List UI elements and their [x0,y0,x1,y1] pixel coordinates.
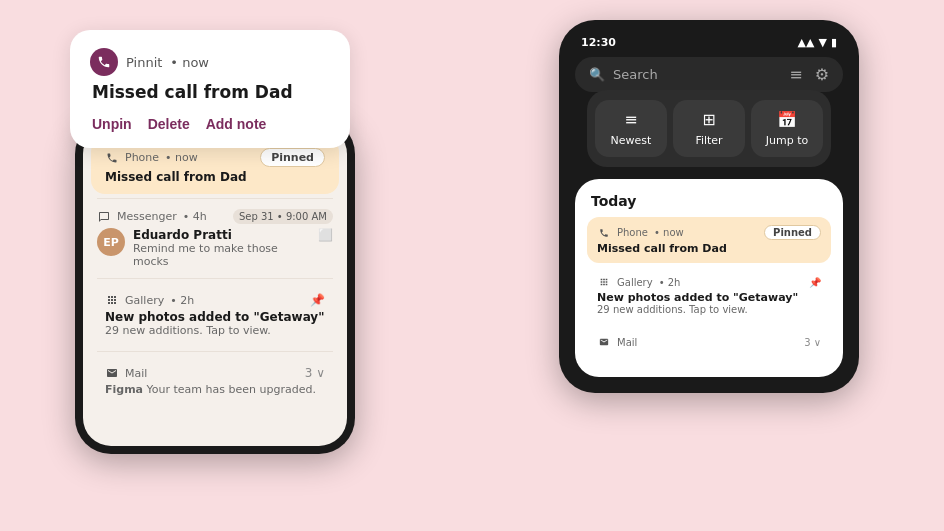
popup-card: Pinnit • now Missed call from Dad Unpin … [70,30,350,148]
signal-icon: ▲▲ [798,36,815,49]
search-icon: 🔍 [589,67,605,82]
status-icons: ▲▲ ▼ ▮ [798,36,837,49]
right-mail-app: Mail [597,335,637,349]
filter-btn-icon: ⊞ [702,110,715,129]
mail-icon [105,366,119,380]
clock: 12:30 [581,36,616,49]
scene: Pinnit • now Missed call from Dad Unpin … [0,0,944,531]
filter-label: Filter [695,134,722,147]
right-phone-inner: 12:30 ▲▲ ▼ ▮ 🔍 Search ≡ ⚙ [559,20,859,393]
left-side: Pinnit • now Missed call from Dad Unpin … [60,30,380,454]
messenger-date-badge: Sep 31 • 9:00 AM [233,209,333,224]
wifi-icon: ▼ [818,36,826,49]
right-pin-icon: 📌 [809,277,821,288]
popup-phone-icon [90,48,118,76]
gallery-app: Gallery • 2h [105,293,194,307]
messenger-time: • 4h [183,210,207,223]
notif-phone-app: Phone • now [105,151,198,165]
popup-header: Pinnit • now [90,48,330,76]
messenger-text: Remind me to make those mocks [133,242,310,268]
right-gallery-icon [597,275,611,289]
messenger-sender: Eduardo Pratti [133,228,310,242]
right-notif-panel: Today Phone • now Pinned [575,179,843,377]
popup-app-name: Pinnit [126,55,162,70]
left-phone: Phone • now Pinned Missed call from Dad [75,118,355,454]
messenger-content: Eduardo Pratti Remind me to make those m… [133,228,310,268]
right-mail-header: Mail 3 ∨ [597,335,821,349]
right-gallery-sub: 29 new additions. Tap to view. [597,304,821,315]
right-phone: 12:30 ▲▲ ▼ ▮ 🔍 Search ≡ ⚙ [559,20,859,393]
newest-icon: ≡ [624,110,637,129]
jumpto-icon: 📅 [777,110,797,129]
right-phone-app-label: Phone [617,227,648,238]
right-gallery-header: Gallery • 2h 📌 [597,275,821,289]
phone-icon [105,151,119,165]
notif-gallery[interactable]: Gallery • 2h 📌 New photos added to "Geta… [91,283,339,347]
right-phone-app: Phone • now [597,226,684,240]
right-notif-mail[interactable]: Mail 3 ∨ [587,327,831,359]
search-right: ≡ ⚙ [789,65,829,84]
divider-2 [97,278,333,279]
right-phone-time: • now [654,227,684,238]
gallery-sub: 29 new additions. Tap to view. [105,324,325,337]
mail-count: 3 ∨ [305,366,325,380]
phone-time: • now [165,151,198,164]
pinned-badge: Pinned [260,148,325,167]
right-mail-icon [597,335,611,349]
mail-sub: Figma Your team has been upgraded. [105,383,325,396]
battery-icon: ▮ [831,36,837,49]
gallery-icon [105,293,119,307]
notif-messenger[interactable]: Messenger • 4h Sep 31 • 9:00 AM EP Eduar… [83,199,347,278]
gallery-time: • 2h [170,294,194,307]
right-pinned-badge: Pinned [764,225,821,240]
messenger-header: Messenger • 4h Sep 31 • 9:00 AM [97,209,333,224]
right-gallery-title: New photos added to "Getaway" [597,291,821,304]
newest-label: Newest [611,134,652,147]
messenger-app: Messenger • 4h [97,210,207,224]
note-icon: ⬜ [318,228,333,242]
messenger-app-label: Messenger [117,210,177,223]
search-bar[interactable]: 🔍 Search ≡ ⚙ [575,57,843,92]
search-placeholder: Search [613,67,658,82]
filter-icon: ≡ [789,65,802,84]
right-phone-icon [597,226,611,240]
left-phone-inner: Phone • now Pinned Missed call from Dad [83,126,347,446]
avatar: EP [97,228,125,256]
status-bar: 12:30 ▲▲ ▼ ▮ [567,30,851,53]
delete-button[interactable]: Delete [148,116,190,132]
add-note-button[interactable]: Add note [206,116,267,132]
right-gallery-app: Gallery • 2h [597,275,680,289]
settings-icon: ⚙ [815,65,829,84]
right-mail-app-label: Mail [617,337,637,348]
mail-app: Mail [105,366,147,380]
popup-title: Missed call from Dad [90,82,330,102]
notif-mail[interactable]: Mail 3 ∨ Figma Your team has been upgrad… [91,356,339,406]
phone-app-label: Phone [125,151,159,164]
unpin-button[interactable]: Unpin [92,116,132,132]
right-gallery-time: • 2h [659,277,681,288]
pin-icon: 📌 [310,293,325,307]
search-left: 🔍 Search [589,67,658,82]
right-notif-phone[interactable]: Phone • now Pinned Missed call from Dad [587,217,831,263]
popup-actions: Unpin Delete Add note [90,116,330,132]
right-phone-notif-text: Missed call from Dad [597,242,821,255]
gallery-app-label: Gallery [125,294,164,307]
newest-button[interactable]: ≡ Newest [595,100,667,157]
mail-app-label: Mail [125,367,147,380]
today-label: Today [587,193,831,209]
right-notif-gallery[interactable]: Gallery • 2h 📌 New photos added to "Geta… [587,267,831,323]
popup-time: • now [170,55,209,70]
action-buttons-row: ≡ Newest ⊞ Filter 📅 Jump to [587,90,831,167]
jumpto-label: Jump to [766,134,808,147]
phone-notif-text: Missed call from Dad [105,170,325,184]
messenger-icon [97,210,111,224]
jumpto-button[interactable]: 📅 Jump to [751,100,823,157]
filter-button[interactable]: ⊞ Filter [673,100,745,157]
right-side: 12:30 ▲▲ ▼ ▮ 🔍 Search ≡ ⚙ [524,20,894,393]
gallery-title: New photos added to "Getaway" [105,310,325,324]
divider-3 [97,351,333,352]
right-notif-phone-header: Phone • now Pinned [597,225,821,240]
right-gallery-app-label: Gallery [617,277,653,288]
notification-list: Phone • now Pinned Missed call from Dad [83,126,347,418]
right-mail-count: 3 ∨ [804,337,821,348]
